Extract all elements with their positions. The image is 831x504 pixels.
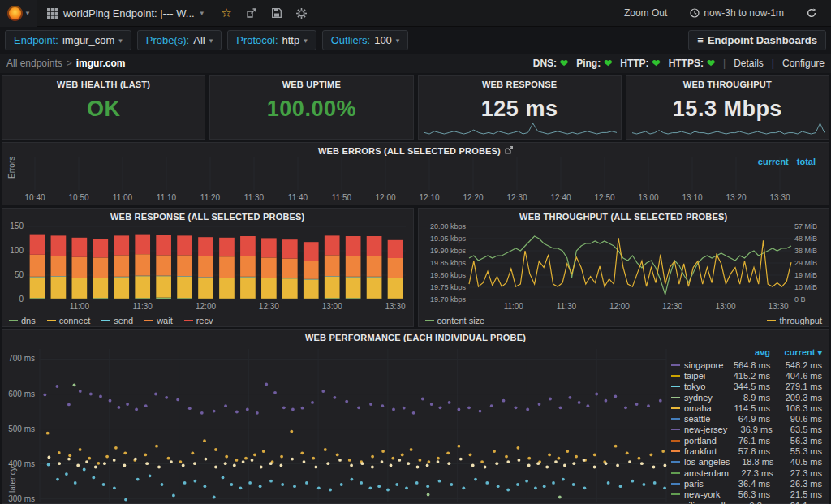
probe-name[interactable]: taipei xyxy=(671,371,723,381)
probe-name[interactable]: seattle xyxy=(671,414,723,424)
legend-color-dash xyxy=(101,320,110,321)
share-button[interactable] xyxy=(247,8,257,18)
probe-name[interactable]: portland xyxy=(671,436,723,446)
save-button[interactable] xyxy=(272,8,282,18)
star-button[interactable]: ☆ xyxy=(221,6,231,20)
svg-text:13:10: 13:10 xyxy=(682,193,702,202)
svg-text:12:30: 12:30 xyxy=(506,193,527,202)
breadcrumb-separator: > xyxy=(67,58,72,69)
filter-protocol-dropdown[interactable]: Protocol:http▾ xyxy=(227,30,316,50)
probe-name[interactable]: tokyo xyxy=(671,381,723,391)
panel-title[interactable]: WEB UPTIME xyxy=(210,76,412,89)
chevron-down-icon: ▾ xyxy=(209,37,213,45)
web-errors-legend: currenttotal xyxy=(750,157,816,166)
stat-panel-web-uptime: WEB UPTIME100.00% xyxy=(209,75,413,140)
status-check-http[interactable]: HTTP:❤ xyxy=(620,58,660,69)
probe-avg-value: 56.3 ms xyxy=(723,489,770,499)
zoom-out-button[interactable]: Zoom Out xyxy=(619,6,672,19)
chevron-down-icon: ▾ xyxy=(200,9,205,17)
time-range-picker[interactable]: now-3h to now-1m xyxy=(685,6,789,19)
probe-avg-value: 564.8 ms xyxy=(723,360,770,370)
filter-endpoint-dropdown[interactable]: Endpoint:imgur_com▾ xyxy=(5,30,131,50)
legend-item-connect[interactable]: connect xyxy=(47,316,91,325)
probe-name[interactable]: frankfurt xyxy=(671,446,723,456)
svg-text:11:30: 11:30 xyxy=(244,193,265,202)
stat-value: 125 ms xyxy=(419,97,621,122)
settings-button[interactable] xyxy=(296,8,307,19)
filter-value: imgur_com xyxy=(62,34,114,46)
dashboard-picker[interactable]: worldPing Endpoint: |--- W... ▾ xyxy=(37,0,213,27)
probe-row-seattle: seattle64.9 ms90.6 ms xyxy=(671,413,822,424)
probe-name[interactable]: omaha xyxy=(671,403,723,413)
heart-icon: ❤ xyxy=(707,58,715,69)
svg-text:12:00: 12:00 xyxy=(375,193,395,202)
web-throughput-chart[interactable]: 20.00 kbps57 MiB19.95 kbps48 MiB19.90 kb… xyxy=(419,222,829,312)
details-link[interactable]: Details xyxy=(734,58,764,69)
probe-legend-table: avgcurrent ▾singapore564.8 ms548.2 mstai… xyxy=(671,342,827,504)
legend-item-total[interactable]: total xyxy=(797,157,816,166)
svg-text:0 B: 0 B xyxy=(794,295,806,304)
panel-title[interactable]: WEB HEALTH (LAST) xyxy=(2,76,205,89)
probe-name[interactable]: new-york xyxy=(671,489,723,499)
probe-name[interactable]: los-angeles xyxy=(671,457,730,467)
legend-color-dash xyxy=(671,461,680,463)
web-performance-y-axis-label: latency xyxy=(8,467,17,493)
panel-title[interactable]: WEB PERFORMANCE (EACH INDIVIDUAL PROBE) xyxy=(2,330,829,342)
legend-item-content-size[interactable]: content size xyxy=(425,316,485,325)
svg-text:11:30: 11:30 xyxy=(133,302,153,311)
probe-name[interactable]: paris xyxy=(671,479,723,489)
legend-item-throughput[interactable]: throughput xyxy=(767,316,822,325)
probe-current-value: 90.6 ms xyxy=(770,414,822,424)
probe-current-value: 21.1 ms xyxy=(777,501,822,504)
probe-name[interactable]: singapore xyxy=(671,360,723,370)
stat-panel-web-health-last-: WEB HEALTH (LAST)OK xyxy=(2,75,205,140)
legend-item-wait[interactable]: wait xyxy=(144,316,173,325)
svg-text:11:30: 11:30 xyxy=(556,302,576,311)
panel-title[interactable]: WEB THROUGHPUT xyxy=(626,76,829,89)
legend-item-dns[interactable]: dns xyxy=(9,316,36,325)
endpoint-dashboards-button[interactable]: ≡ Endpoint Dashboards xyxy=(688,30,826,50)
svg-text:12:50: 12:50 xyxy=(594,193,614,202)
svg-text:700 ms: 700 ms xyxy=(8,354,35,363)
legend-item-current[interactable]: current xyxy=(758,157,789,166)
legend-item-send[interactable]: send xyxy=(101,316,133,325)
status-check-ping[interactable]: Ping:❤ xyxy=(576,58,612,69)
panel-title[interactable]: WEB ERRORS (ALL SELECTED PROBES) xyxy=(2,143,829,156)
probe-row-silicon-valley: silicon-valley9.8 ms21.1 ms xyxy=(671,500,822,504)
filter-outliers-dropdown[interactable]: Outliers:100▾ xyxy=(322,30,409,50)
probe-name[interactable]: sydney xyxy=(671,393,723,403)
legend-label: throughput xyxy=(779,316,822,325)
status-check-label: DNS: xyxy=(533,58,557,69)
panel-title[interactable]: WEB RESPONSE xyxy=(419,76,621,89)
probe-current-value: 55.3 ms xyxy=(770,446,822,456)
svg-text:19.75 kbps: 19.75 kbps xyxy=(429,283,466,291)
probe-current-value: 27.3 ms xyxy=(773,468,822,478)
middle-charts-row: WEB RESPONSE (ALL SELECTED PROBES) 15010… xyxy=(2,208,829,327)
panel-title[interactable]: WEB RESPONSE (ALL SELECTED PROBES) xyxy=(2,209,413,222)
probe-name[interactable]: silicon-valley xyxy=(671,501,734,504)
status-check-https[interactable]: HTTPS:❤ xyxy=(669,58,715,69)
legend-color-dash xyxy=(671,483,680,485)
refresh-button[interactable] xyxy=(802,7,821,19)
configure-link[interactable]: Configure xyxy=(782,58,825,69)
column-header-avg[interactable]: avg xyxy=(723,347,770,358)
web-performance-chart[interactable]: 700 ms600 ms500 ms400 ms300 ms xyxy=(2,342,671,502)
grafana-logo[interactable]: ▾ xyxy=(0,0,37,27)
svg-text:19.85 kbps: 19.85 kbps xyxy=(429,259,466,267)
web-errors-chart[interactable]: 10:4010:5011:0011:1011:2011:3011:4011:50… xyxy=(2,156,827,203)
svg-text:150: 150 xyxy=(10,222,24,230)
chevron-down-icon: ▾ xyxy=(304,37,308,45)
probe-current-value: 21.5 ms xyxy=(770,489,822,499)
probe-name[interactable]: new-jersey xyxy=(671,424,727,434)
column-header-current[interactable]: current ▾ xyxy=(770,347,822,358)
web-performance-title: WEB PERFORMANCE (EACH INDIVIDUAL PROBE) xyxy=(305,333,526,342)
probe-name[interactable]: amsterdam xyxy=(671,468,729,478)
filter-probes-dropdown[interactable]: Probe(s):All▾ xyxy=(137,30,222,50)
legend-item-recv[interactable]: recv xyxy=(184,316,213,325)
panel-title[interactable]: WEB THROUGHPUT (ALL SELECTED PROBES) xyxy=(419,209,829,222)
breadcrumb-all-endpoints[interactable]: All endpoints xyxy=(6,58,62,69)
status-check-dns[interactable]: DNS:❤ xyxy=(533,58,568,69)
stat-sparkline xyxy=(631,120,825,136)
web-response-chart[interactable]: 15010050011:0011:3012:0012:3013:0013:30 xyxy=(2,222,412,312)
svg-text:11:10: 11:10 xyxy=(157,193,177,202)
